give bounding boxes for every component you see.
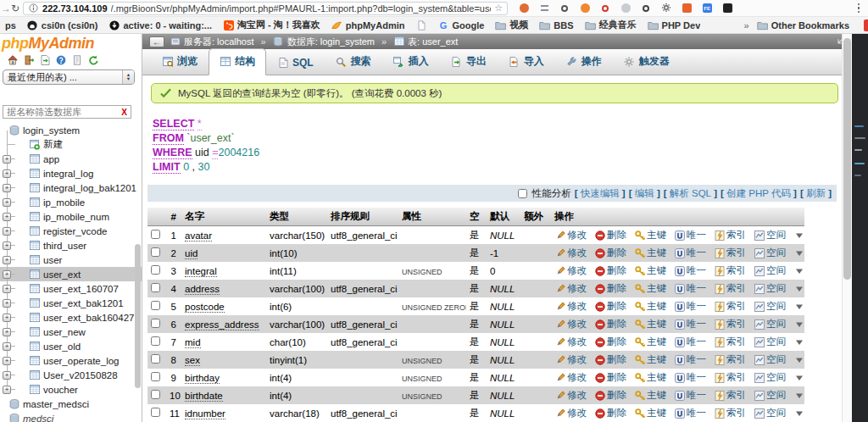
action-index[interactable]: 索引	[714, 247, 746, 259]
profiling-link[interactable]: [ 解析 SQL ]	[664, 187, 717, 200]
column-header[interactable]: 排序规则	[327, 208, 398, 226]
sidebar-item-user_ext_bak160427[interactable]: +user_ext_bak160427	[0, 310, 142, 325]
row-checkbox[interactable]	[151, 283, 160, 292]
expand-icon[interactable]: +	[3, 342, 11, 351]
action-spatial[interactable]: 空间	[754, 318, 786, 330]
action-spatial[interactable]: 空间	[754, 353, 786, 366]
action-primary[interactable]: 主键	[634, 247, 666, 259]
profiling-link[interactable]: [ 刷新 ]	[800, 187, 832, 200]
bookmark-item[interactable]: PHP Dev	[648, 19, 701, 31]
action-index[interactable]: 索引	[714, 371, 746, 384]
extension-icon[interactable]: FE	[701, 3, 713, 14]
column-header[interactable]: 额外	[520, 208, 551, 226]
action-drop[interactable]: 删除	[594, 247, 626, 259]
action-index[interactable]: 索引	[714, 282, 746, 295]
tab-insert[interactable]: 插入	[382, 48, 440, 75]
column-header[interactable]: 类型	[266, 208, 327, 226]
action-edit[interactable]: 修改	[554, 282, 587, 295]
action-drop[interactable]: 删除	[594, 229, 626, 242]
breadcrumb-segment[interactable]: 表: user_ext	[393, 36, 458, 48]
row-checkbox[interactable]	[151, 247, 160, 257]
action-edit[interactable]: 修改	[554, 407, 587, 419]
action-edit[interactable]: 修改	[554, 300, 587, 313]
help-icon[interactable]	[55, 55, 66, 66]
expand-icon[interactable]: +	[3, 155, 11, 164]
expand-icon[interactable]: +	[3, 198, 11, 207]
other-bookmarks[interactable]: Other Bookmarks	[757, 19, 849, 31]
sidebar-item-register_vcode[interactable]: +register_vcode	[0, 224, 142, 238]
action-unique[interactable]: 唯一	[674, 229, 706, 242]
action-more[interactable]: 更多	[793, 371, 804, 384]
action-primary[interactable]: 主键	[634, 389, 666, 402]
bookmark-item[interactable]: 淘宝网 - 淘！我喜欢	[223, 19, 320, 31]
column-header[interactable]: 操作	[551, 208, 804, 226]
action-more[interactable]: 更多	[793, 389, 804, 402]
action-index[interactable]: 索引	[714, 264, 746, 277]
tab-browse[interactable]: 浏览	[151, 48, 209, 75]
expand-icon[interactable]: +	[3, 227, 11, 236]
sidebar-item-ip_mobile[interactable]: +ip_mobile	[0, 195, 142, 209]
action-spatial[interactable]: 空间	[754, 389, 786, 402]
action-drop[interactable]: 删除	[594, 353, 626, 366]
expand-icon[interactable]: +	[3, 285, 11, 293]
action-primary[interactable]: 主键	[634, 371, 666, 384]
sidebar-item-voucher[interactable]: +voucher	[0, 382, 142, 397]
recent-tables-select[interactable]: 最近使用的表) ... ▲▼	[3, 69, 135, 85]
action-unique[interactable]: 唯一	[674, 389, 706, 402]
breadcrumb-segment[interactable]: 服务器: localhost	[170, 36, 254, 48]
action-drop[interactable]: 删除	[594, 264, 626, 277]
column-header[interactable]: 默认	[487, 208, 520, 226]
back-button[interactable]: ←	[149, 36, 164, 47]
row-checkbox[interactable]	[151, 301, 160, 310]
profiling-link[interactable]: [ 快速编辑 ]	[575, 187, 626, 200]
expand-icon[interactable]: +	[3, 270, 11, 279]
action-more[interactable]: 更多	[793, 264, 804, 277]
expand-icon[interactable]: +	[3, 299, 11, 308]
tab-import[interactable]: 导入	[498, 48, 555, 75]
action-index[interactable]: 索引	[714, 318, 746, 330]
bookmark-item[interactable]: ps	[5, 20, 16, 31]
tab-search[interactable]: 搜索	[325, 48, 382, 75]
action-index[interactable]: 索引	[714, 336, 746, 348]
action-unique[interactable]: 唯一	[674, 371, 706, 384]
action-edit[interactable]: 修改	[554, 318, 587, 330]
expand-icon[interactable]: +	[3, 256, 11, 264]
extension-icon[interactable]	[599, 3, 611, 14]
column-header[interactable]: 空	[466, 208, 487, 226]
bookmark-item[interactable]	[415, 19, 426, 31]
query-window-icon[interactable]	[39, 55, 50, 66]
info-icon[interactable]	[28, 3, 39, 14]
sidebar-item-user_ext_160707[interactable]: +user_ext_160707	[0, 281, 142, 296]
tab-sql[interactable]: SQL	[266, 51, 325, 75]
sidebar-item-user_new[interactable]: +user_new	[0, 325, 142, 339]
action-unique[interactable]: 唯一	[674, 407, 706, 419]
sidebar-item-ip_mobile_num[interactable]: +ip_mobile_num	[0, 209, 142, 224]
row-checkbox[interactable]	[151, 408, 160, 417]
action-spatial[interactable]: 空间	[754, 229, 786, 242]
bookmark-item[interactable]: BBS	[539, 19, 573, 31]
forward-button[interactable]: →	[1, 3, 9, 14]
sidebar-item-User_v20150828[interactable]: +User_v20150828	[0, 368, 142, 382]
sidebar-item-user[interactable]: +user	[0, 253, 142, 267]
expand-icon[interactable]: +	[3, 357, 11, 365]
action-drop[interactable]: 删除	[594, 318, 626, 330]
action-edit[interactable]: 修改	[554, 353, 587, 366]
action-spatial[interactable]: 空间	[754, 247, 786, 259]
action-primary[interactable]: 主键	[634, 336, 666, 348]
bookmark-item[interactable]: 视频	[495, 19, 528, 31]
action-edit[interactable]: 修改	[554, 229, 587, 242]
action-edit[interactable]: 修改	[554, 371, 587, 384]
action-unique[interactable]: 唯一	[674, 264, 706, 277]
bookmark-item[interactable]: phpMyAdmin	[331, 19, 405, 31]
action-primary[interactable]: 主键	[634, 407, 666, 419]
profiling-checkbox[interactable]	[518, 189, 527, 198]
sidebar-item-user_ext[interactable]: +user_ext	[0, 267, 142, 281]
row-checkbox[interactable]	[151, 319, 160, 328]
action-index[interactable]: 索引	[714, 229, 746, 242]
logout-icon[interactable]	[23, 55, 34, 66]
profiling-link[interactable]: [ 编辑 ]	[629, 187, 660, 200]
action-spatial[interactable]: 空间	[754, 371, 786, 384]
docs-icon[interactable]	[71, 55, 82, 66]
action-spatial[interactable]: 空间	[754, 300, 786, 313]
main-scrollbar-track[interactable]	[842, 34, 852, 422]
